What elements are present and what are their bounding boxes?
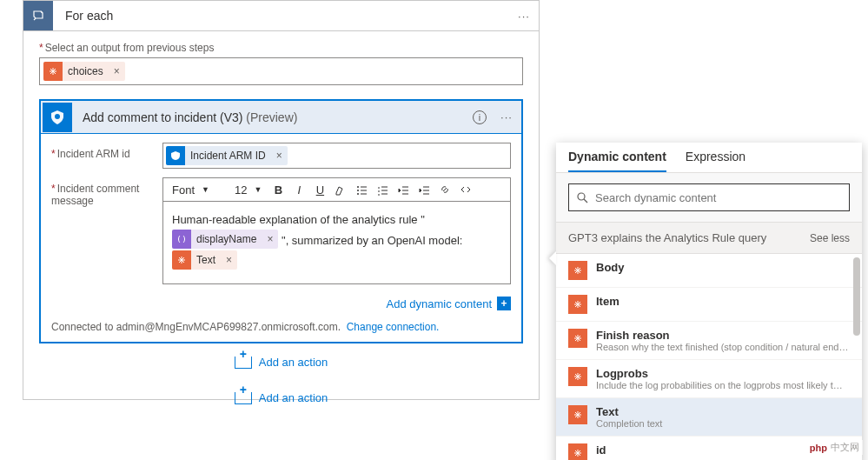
token-remove-icon[interactable]: × [221, 250, 237, 270]
php-logo-icon: php [810, 443, 827, 453]
sentinel-icon [166, 146, 185, 165]
sentinel-icon [43, 103, 72, 132]
flyout-item[interactable]: LogprobsInclude the log probabilities on… [556, 360, 862, 398]
token-label: choices [63, 65, 109, 77]
select-output-input[interactable]: choices × [39, 57, 523, 85]
flyout-item-title: Finish reason [596, 329, 850, 342]
chevron-down-icon: ▼ [202, 185, 209, 194]
tab-expression[interactable]: Expression [686, 150, 745, 172]
flyout-item-desc: Include the log probabilities on the log… [596, 380, 850, 390]
chevron-down-icon: ▼ [254, 185, 262, 194]
openai-icon [568, 443, 587, 460]
foreach-header[interactable]: For each ··· [23, 1, 539, 31]
foreach-card: For each ··· *Select an output from prev… [23, 0, 540, 400]
font-dropdown[interactable]: Font▼ [167, 182, 228, 198]
flyout-item-title: Logprobs [596, 367, 850, 380]
action-menu-button[interactable]: ··· [492, 110, 521, 123]
token-remove-icon[interactable]: × [109, 65, 125, 77]
see-less-link[interactable]: See less [810, 232, 850, 244]
loop-icon [23, 1, 53, 30]
search-field[interactable] [595, 191, 842, 204]
scrollbar-thumb[interactable] [853, 257, 860, 336]
message-text: Human-readable explanation of the analyt… [172, 213, 425, 226]
flyout-item[interactable]: Body [556, 254, 862, 288]
openai-icon [172, 250, 191, 270]
add-action-icon [235, 357, 252, 369]
add-dynamic-content-link[interactable]: Add dynamic content + [387, 297, 511, 310]
flyout-list: BodyItemFinish reasonReason why the text… [556, 254, 862, 460]
token-displayname[interactable]: displayName × [172, 230, 278, 249]
foreach-menu-button[interactable]: ··· [509, 10, 539, 23]
openai-icon [568, 295, 587, 314]
svg-point-2 [357, 190, 359, 191]
bullet-list-button[interactable] [352, 180, 371, 199]
fontsize-dropdown[interactable]: 12▼ [229, 182, 267, 198]
token-label: displayName [191, 230, 262, 249]
token-text[interactable]: Text × [172, 250, 237, 270]
connection-footer: Connected to admin@MngEnvMCAP699827.onmi… [51, 310, 511, 333]
action-title: Add comment to incident (V3) (Preview) [74, 110, 297, 124]
token-incident-arm-id[interactable]: Incident ARM ID × [166, 146, 288, 165]
link-button[interactable] [435, 180, 454, 199]
token-label: Text [191, 250, 221, 270]
svg-point-4 [578, 193, 585, 200]
underline-button[interactable]: U [310, 180, 329, 199]
flyout-item[interactable]: Finish reasonReason why the text finishe… [556, 322, 862, 360]
armid-label: *Incident ARM id [51, 143, 162, 169]
select-output-label: *Select an output from previous steps [39, 42, 523, 54]
change-connection-link[interactable]: Change connection. [347, 321, 440, 333]
token-choices[interactable]: choices × [43, 62, 125, 81]
flyout-item-desc: Completion text [596, 418, 850, 429]
openai-icon [568, 261, 587, 280]
message-text: ", summarized by an OpenAI model: [282, 234, 462, 247]
flyout-section-header: GPT3 explains the Analytics Rule query S… [556, 223, 862, 254]
openai-icon [568, 405, 587, 424]
token-remove-icon[interactable]: × [262, 230, 278, 249]
token-label: Incident ARM ID [185, 150, 271, 162]
info-icon[interactable]: i [473, 110, 487, 124]
italic-button[interactable]: I [289, 180, 308, 199]
rte-toolbar: Font▼ 12▼ B I U [163, 178, 510, 202]
svg-point-0 [55, 114, 60, 119]
flyout-item-title: Text [596, 405, 850, 418]
indent-button[interactable] [414, 180, 434, 199]
token-remove-icon[interactable]: × [271, 150, 288, 162]
code-view-button[interactable] [456, 180, 475, 199]
plus-icon: + [497, 297, 511, 310]
add-action-inner-button[interactable]: Add an action [235, 356, 328, 369]
highlight-button[interactable] [331, 180, 350, 199]
action-card: Add comment to incident (V3) (Preview) i… [39, 99, 523, 343]
action-header[interactable]: Add comment to incident (V3) (Preview) i… [41, 101, 521, 134]
rich-text-editor: Font▼ 12▼ B I U [162, 177, 511, 284]
svg-point-3 [357, 193, 359, 195]
preview-tag: (Preview) [246, 110, 297, 124]
flyout-item[interactable]: Item [556, 288, 862, 322]
armid-input[interactable]: Incident ARM ID × [162, 143, 511, 169]
flyout-tabs: Dynamic content Expression [556, 143, 862, 173]
dynamic-content-flyout: Dynamic content Expression GPT3 explains… [556, 143, 862, 460]
outdent-button[interactable] [394, 180, 413, 199]
foreach-title: For each [53, 9, 509, 23]
openai-icon [43, 62, 63, 81]
expression-icon [172, 230, 191, 249]
flyout-item-desc: Reason why the text finished (stop condi… [596, 342, 850, 352]
add-action-outer-button[interactable]: Add an action [235, 391, 328, 404]
flyout-arrow [549, 251, 556, 265]
flyout-item-title: Body [596, 261, 850, 274]
svg-point-1 [357, 186, 359, 188]
search-icon [576, 191, 588, 203]
section-title: GPT3 explains the Analytics Rule query [568, 231, 766, 244]
number-list-button[interactable] [373, 180, 392, 199]
tab-dynamic-content[interactable]: Dynamic content [568, 150, 666, 172]
openai-icon [568, 367, 587, 386]
flyout-item[interactable]: TextCompletion text [556, 398, 862, 437]
bold-button[interactable]: B [268, 180, 288, 199]
watermark: php 中文网 [806, 440, 863, 455]
add-action-icon [235, 392, 252, 404]
openai-icon [568, 329, 587, 348]
rte-body[interactable]: Human-readable explanation of the analyt… [163, 202, 510, 283]
message-label: *Incident comment message [51, 177, 162, 284]
scrollbar[interactable] [853, 257, 860, 460]
flyout-item-title: Item [596, 295, 850, 308]
search-input[interactable] [568, 183, 850, 211]
